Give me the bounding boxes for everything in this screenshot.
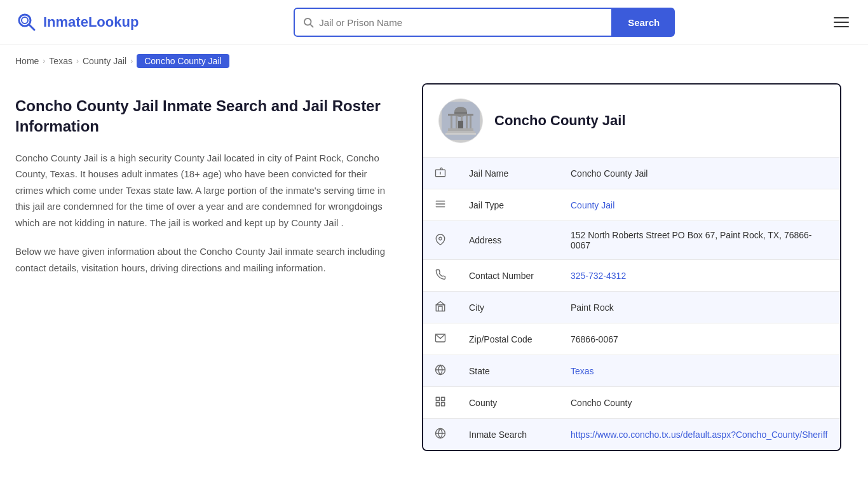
svg-rect-30 xyxy=(442,403,445,406)
svg-rect-15 xyxy=(447,131,475,133)
svg-rect-17 xyxy=(458,121,463,128)
row-link[interactable]: Texas xyxy=(571,366,594,376)
row-value: Paint Rock xyxy=(559,292,840,323)
svg-rect-24 xyxy=(436,305,445,311)
row-icon xyxy=(423,260,458,292)
row-icon xyxy=(423,292,458,323)
info-card: Concho County Jail Jail NameConcho Count… xyxy=(422,83,841,451)
breadcrumb-sep-3: › xyxy=(130,57,133,65)
row-label: Inmate Search xyxy=(458,419,559,451)
svg-rect-14 xyxy=(448,128,473,131)
svg-rect-16 xyxy=(445,133,476,135)
table-row: CityPaint Rock xyxy=(423,292,840,323)
row-link[interactable]: 325-732-4312 xyxy=(571,271,626,281)
courthouse-image xyxy=(442,102,480,140)
row-label: State xyxy=(458,355,559,387)
svg-rect-31 xyxy=(436,403,439,406)
search-button[interactable]: Search xyxy=(613,8,675,37)
svg-rect-8 xyxy=(451,114,452,128)
table-row: CountyConcho County xyxy=(423,387,840,419)
table-row: Jail TypeCounty Jail xyxy=(423,189,840,221)
row-label: City xyxy=(458,292,559,323)
row-value: 152 North Roberts Street PO Box 67, Pain… xyxy=(559,221,840,260)
card-header: Concho County Jail xyxy=(423,85,840,158)
row-icon xyxy=(423,355,458,387)
search-wrapper xyxy=(294,8,613,37)
hamburger-button[interactable] xyxy=(830,13,853,31)
row-value: Concho County xyxy=(559,387,840,419)
svg-rect-29 xyxy=(442,397,445,400)
breadcrumb-current: Concho County Jail xyxy=(137,54,229,68)
page-title: Concho County Jail Inmate Search and Jai… xyxy=(15,96,397,137)
row-label: Jail Type xyxy=(458,189,559,221)
row-link[interactable]: https://www.co.concho.tx.us/default.aspx… xyxy=(571,430,827,440)
row-value[interactable]: County Jail xyxy=(559,189,840,221)
table-row: StateTexas xyxy=(423,355,840,387)
svg-point-23 xyxy=(439,237,442,240)
row-icon xyxy=(423,387,458,419)
row-value[interactable]: 325-732-4312 xyxy=(559,260,840,292)
logo-icon xyxy=(15,11,38,34)
logo-text: InmateLookup xyxy=(43,14,139,30)
breadcrumb-sep-2: › xyxy=(76,57,79,65)
main-content: Concho County Jail Inmate Search and Jai… xyxy=(0,77,868,477)
row-label: Jail Name xyxy=(458,158,559,189)
row-icon xyxy=(423,419,458,451)
row-icon xyxy=(423,323,458,355)
table-row: Jail NameConcho County Jail xyxy=(423,158,840,189)
svg-line-1 xyxy=(29,25,35,30)
table-row: Address152 North Roberts Street PO Box 6… xyxy=(423,221,840,260)
row-icon xyxy=(423,189,458,221)
avatar xyxy=(438,98,483,143)
table-row: Zip/Postal Code76866-0067 xyxy=(423,323,840,355)
row-label: Zip/Postal Code xyxy=(458,323,559,355)
row-label: County xyxy=(458,387,559,419)
right-panel: Concho County Jail Jail NameConcho Count… xyxy=(422,77,841,451)
hamburger-line-2 xyxy=(834,22,849,23)
left-panel: Concho County Jail Inmate Search and Jai… xyxy=(15,77,422,451)
row-value[interactable]: https://www.co.concho.tx.us/default.aspx… xyxy=(559,419,840,451)
svg-rect-11 xyxy=(466,114,468,128)
site-header: InmateLookup Search xyxy=(0,0,868,45)
svg-rect-12 xyxy=(470,114,471,128)
breadcrumb: Home › Texas › County Jail › Concho Coun… xyxy=(0,45,868,77)
hamburger-line-3 xyxy=(834,26,849,27)
breadcrumb-category[interactable]: County Jail xyxy=(83,56,126,66)
row-value[interactable]: Texas xyxy=(559,355,840,387)
table-row: Inmate Searchhttps://www.co.concho.tx.us… xyxy=(423,419,840,451)
row-value: 76866-0067 xyxy=(559,323,840,355)
svg-point-2 xyxy=(22,17,28,24)
table-row: Contact Number325-732-4312 xyxy=(423,260,840,292)
page-description-1: Concho County Jail is a high security Co… xyxy=(15,150,397,231)
breadcrumb-state[interactable]: Texas xyxy=(49,56,72,66)
info-table: Jail NameConcho County JailJail TypeCoun… xyxy=(423,158,840,450)
hamburger-line-1 xyxy=(834,17,849,18)
search-icon xyxy=(302,17,314,28)
row-label: Contact Number xyxy=(458,260,559,292)
row-icon xyxy=(423,158,458,189)
breadcrumb-sep-1: › xyxy=(43,57,45,65)
row-label: Address xyxy=(458,221,559,260)
svg-line-4 xyxy=(311,24,313,27)
row-icon xyxy=(423,221,458,260)
site-logo[interactable]: InmateLookup xyxy=(15,11,139,34)
svg-rect-9 xyxy=(456,114,458,128)
card-title: Concho County Jail xyxy=(494,112,626,129)
svg-rect-13 xyxy=(448,114,473,116)
svg-rect-28 xyxy=(436,397,439,400)
search-input[interactable] xyxy=(319,17,604,28)
search-area: Search xyxy=(294,8,675,37)
row-value: Concho County Jail xyxy=(559,158,840,189)
breadcrumb-home[interactable]: Home xyxy=(15,56,39,66)
row-link[interactable]: County Jail xyxy=(571,200,614,210)
page-description-2: Below we have given information about th… xyxy=(15,243,397,276)
